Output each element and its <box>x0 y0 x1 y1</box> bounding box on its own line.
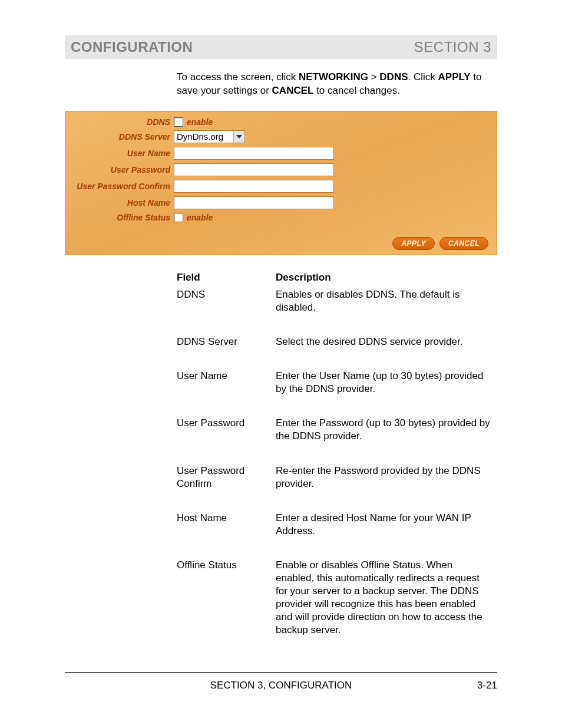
table-cell-desc: Enable or disables Offline Status. When … <box>276 559 494 637</box>
chevron-down-icon <box>233 131 244 143</box>
table-cell-desc: Re-enter the Password provided by the DD… <box>276 465 494 490</box>
table-head-desc: Description <box>276 272 494 284</box>
intro-sep: > <box>368 71 379 83</box>
intro-bold-ddns: DDNS <box>379 71 408 83</box>
intro-paragraph: To access the screen, click NETWORKING >… <box>177 71 491 98</box>
table-row: User Password Confirm Re-enter the Passw… <box>177 465 497 490</box>
table-cell-desc: Enter the Password (up to 30 bytes) prov… <box>276 417 494 443</box>
label-user-name: User Name <box>71 149 174 158</box>
ddns-enable-text: enable <box>187 117 213 127</box>
table-cell-field: User Name <box>177 370 276 396</box>
offline-status-checkbox[interactable] <box>174 213 183 222</box>
user-password-confirm-input[interactable] <box>174 180 334 193</box>
host-name-input[interactable] <box>174 196 334 209</box>
page-footer: SECTION 3, CONFIGURATION 3-21 <box>65 680 497 691</box>
table-cell-field: Host Name <box>177 512 276 538</box>
label-ddns-server: DDNS Server <box>71 132 174 141</box>
table-row: User Password Enter the Password (up to … <box>177 417 497 443</box>
intro-text: To access the screen, click <box>177 71 299 83</box>
ddns-server-select[interactable]: DynDns.org <box>174 130 245 143</box>
offline-enable-text: enable <box>187 213 213 222</box>
footer-center-text: SECTION 3, CONFIGURATION <box>210 680 352 691</box>
table-cell-field: User Password <box>177 417 276 443</box>
table-row: Host Name Enter a desired Host Name for … <box>177 512 497 538</box>
table-cell-desc: Enter the User Name (up to 30 bytes) pro… <box>276 370 494 396</box>
label-host-name: Host Name <box>71 198 174 207</box>
table-cell-field: DDNS <box>177 288 276 314</box>
apply-button[interactable]: APPLY <box>392 237 435 250</box>
svg-marker-0 <box>236 135 242 139</box>
intro-text: . Click <box>408 71 438 83</box>
user-name-input[interactable] <box>174 147 334 160</box>
intro-bold-apply: APPLY <box>438 71 471 83</box>
user-password-input[interactable] <box>174 163 334 176</box>
page-header: CONFIGURATION SECTION 3 <box>65 35 497 59</box>
cancel-button[interactable]: CANCEL <box>439 237 488 250</box>
table-row: User Name Enter the User Name (up to 30 … <box>177 370 497 396</box>
table-cell-desc: Enter a desired Host Name for your WAN I… <box>276 512 494 538</box>
intro-bold-cancel: CANCEL <box>272 85 314 96</box>
footer-page-number: 3-21 <box>477 680 497 691</box>
ddns-enable-checkbox[interactable] <box>174 117 183 127</box>
footer-rule <box>65 672 497 673</box>
intro-bold-networking: NETWORKING <box>299 71 368 83</box>
table-cell-field: DDNS Server <box>177 335 276 348</box>
label-user-password: User Password <box>71 165 174 174</box>
header-section: SECTION 3 <box>414 39 491 55</box>
ddns-config-panel: DDNS enable DDNS Server DynDns.org User … <box>65 111 497 255</box>
intro-text: to cancel changes. <box>313 85 399 96</box>
table-cell-desc: Select the desired DDNS service provider… <box>276 335 494 348</box>
label-offline-status: Offline Status <box>71 213 174 222</box>
table-row: Offline Status Enable or disables Offlin… <box>177 559 497 637</box>
table-cell-desc: Enables or disables DDNS. The default is… <box>276 288 494 314</box>
table-head-field: Field <box>177 272 276 284</box>
header-title: CONFIGURATION <box>71 39 193 55</box>
label-user-password-confirm: User Password Confirm <box>71 182 174 191</box>
table-cell-field: Offline Status <box>177 559 276 637</box>
table-cell-field: User Password Confirm <box>177 465 276 490</box>
label-ddns: DDNS <box>71 117 174 127</box>
table-row: DDNS Enables or disables DDNS. The defau… <box>177 288 497 314</box>
field-description-table: Field Description DDNS Enables or disabl… <box>177 272 497 637</box>
table-row: DDNS Server Select the desired DDNS serv… <box>177 335 497 348</box>
ddns-server-value: DynDns.org <box>174 131 233 143</box>
